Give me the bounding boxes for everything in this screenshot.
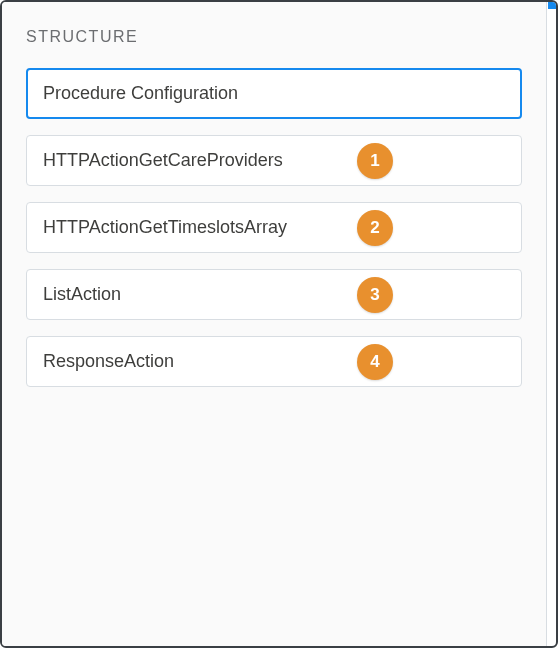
accent-indicator [548,0,558,9]
structure-item-label: Procedure Configuration [43,83,238,104]
structure-item-list: Procedure Configuration HTTPActionGetCar… [26,68,522,387]
structure-item-procedure-configuration[interactable]: Procedure Configuration [26,68,522,119]
structure-item-label: ResponseAction [43,351,174,372]
structure-panel: STRUCTURE Procedure Configuration HTTPAc… [2,2,547,646]
structure-item-response-action[interactable]: ResponseAction 4 [26,336,522,387]
structure-item-label: ListAction [43,284,121,305]
structure-item-http-action-get-timeslots-array[interactable]: HTTPActionGetTimeslotsArray 2 [26,202,522,253]
step-badge: 2 [357,210,393,246]
structure-item-list-action[interactable]: ListAction 3 [26,269,522,320]
structure-item-label: HTTPActionGetCareProviders [43,150,283,171]
structure-item-label: HTTPActionGetTimeslotsArray [43,217,287,238]
step-badge: 3 [357,277,393,313]
step-badge: 1 [357,143,393,179]
step-badge: 4 [357,344,393,380]
structure-item-http-action-get-care-providers[interactable]: HTTPActionGetCareProviders 1 [26,135,522,186]
panel-title: STRUCTURE [26,28,522,46]
